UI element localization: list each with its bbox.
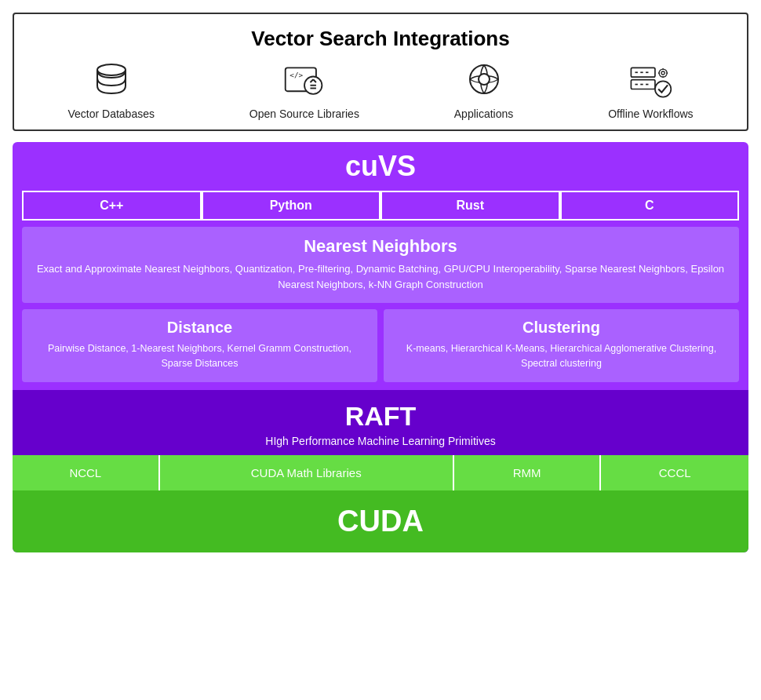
open-source-item: </> Open Source Libraries <box>249 62 359 120</box>
applications-label: Applications <box>454 108 514 120</box>
svg-point-0 <box>97 64 126 75</box>
main-section: cuVS C++ Python Rust C Nearest Neighbors… <box>13 142 748 552</box>
nn-title: Nearest Neighbors <box>35 236 726 257</box>
nn-desc: Exact and Approximate Nearest Neighbors,… <box>35 261 726 292</box>
raft-section: RAFT HIgh Performance Machine Learning P… <box>13 390 748 455</box>
top-section: Vector Search Integrations Vector Databa… <box>13 13 748 131</box>
distance-clustering-row: Distance Pairwise Distance, 1-Nearest Ne… <box>22 309 739 382</box>
lib-cccl: CCCL <box>601 455 748 490</box>
nearest-neighbors-section: Nearest Neighbors Exact and Approximate … <box>22 227 739 303</box>
offline-workflows-label: Offline Workflows <box>608 108 693 120</box>
vector-databases-label: Vector Databases <box>67 108 155 120</box>
distance-title: Distance <box>35 319 365 337</box>
clustering-desc: K-means, Hierarchical K-Means, Hierarchi… <box>396 341 726 371</box>
applications-item: Applications <box>454 62 514 120</box>
raft-desc: HIgh Performance Machine Learning Primit… <box>19 435 742 447</box>
libraries-row: NCCL CUDA Math Libraries RMM CCCL <box>13 455 748 490</box>
icons-row: Vector Databases </> Open Source Librari… <box>20 62 741 120</box>
lang-rust: Rust <box>380 191 560 221</box>
language-row: C++ Python Rust C <box>22 191 739 221</box>
vector-databases-item: Vector Databases <box>67 62 155 120</box>
svg-point-10 <box>470 65 498 93</box>
open-source-icon: </> <box>282 62 326 103</box>
svg-point-21 <box>659 69 667 77</box>
lang-cpp: C++ <box>22 191 202 221</box>
svg-point-22 <box>661 71 665 75</box>
applications-icon <box>462 62 506 103</box>
lang-c: C <box>560 191 740 221</box>
offline-workflows-icon <box>628 62 672 103</box>
lib-cuda-math: CUDA Math Libraries <box>160 455 454 490</box>
lib-rmm: RMM <box>454 455 602 490</box>
vector-databases-icon <box>89 62 133 103</box>
raft-title: RAFT <box>19 401 742 432</box>
lib-nccl: NCCL <box>13 455 160 490</box>
distance-desc: Pairwise Distance, 1-Nearest Neighbors, … <box>35 341 365 371</box>
page-title: Vector Search Integrations <box>20 27 741 51</box>
clustering-box: Clustering K-means, Hierarchical K-Means… <box>384 309 739 382</box>
lang-python: Python <box>202 191 381 221</box>
open-source-label: Open Source Libraries <box>249 108 359 120</box>
svg-point-11 <box>479 74 490 85</box>
offline-workflows-item: Offline Workflows <box>608 62 693 120</box>
distance-box: Distance Pairwise Distance, 1-Nearest Ne… <box>22 309 377 382</box>
cuvs-title: cuVS <box>22 150 739 183</box>
cuda-title: CUDA <box>19 505 742 538</box>
cuda-section: CUDA <box>13 490 748 552</box>
svg-text:</>: </> <box>289 71 303 79</box>
clustering-title: Clustering <box>396 319 726 337</box>
svg-point-20 <box>655 81 671 97</box>
